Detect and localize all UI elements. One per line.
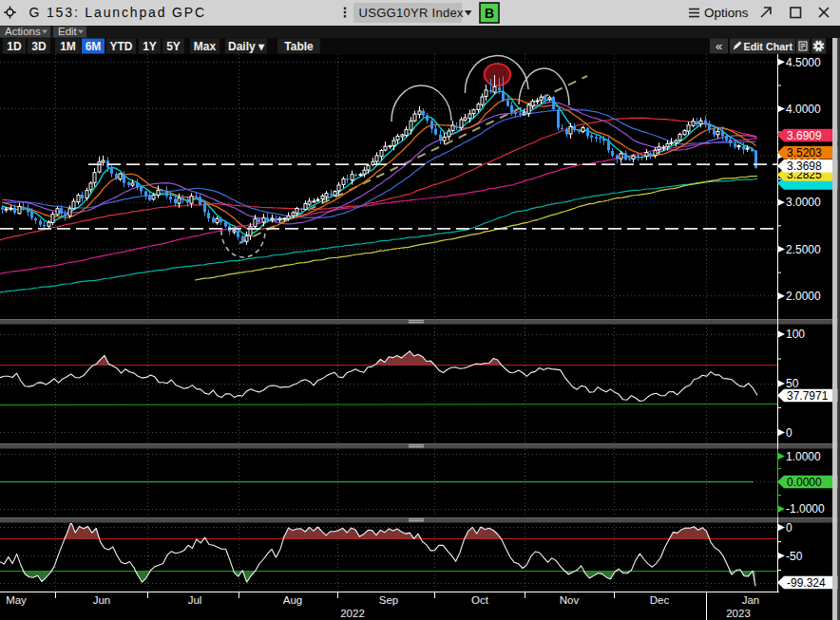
svg-text:Oct: Oct (471, 594, 489, 606)
svg-text:Sep: Sep (379, 594, 398, 606)
svg-text:6M: 6M (86, 40, 102, 53)
svg-text:-1.0000: -1.0000 (786, 502, 825, 516)
svg-text:-50: -50 (786, 550, 803, 563)
svg-text:2.5000: 2.5000 (786, 243, 821, 256)
svg-text:0: 0 (786, 521, 792, 535)
svg-text:B: B (485, 6, 494, 21)
svg-text:Edit: Edit (58, 26, 78, 37)
svg-text:Nov: Nov (560, 594, 580, 606)
svg-text:Edit Chart: Edit Chart (744, 41, 793, 52)
svg-text:YTD: YTD (110, 40, 133, 53)
svg-text:Jan: Jan (742, 594, 760, 606)
svg-text:1M: 1M (60, 40, 76, 53)
svg-text:USGG10YR Index: USGG10YR Index (359, 6, 465, 20)
svg-text:Jul: Jul (188, 594, 202, 606)
svg-text:2022: 2022 (340, 608, 365, 619)
svg-text:Actions: Actions (5, 26, 41, 37)
svg-text:Dec: Dec (650, 594, 670, 606)
svg-text:Aug: Aug (283, 594, 302, 606)
svg-text:May: May (6, 594, 27, 606)
svg-text:37.7971: 37.7971 (787, 389, 829, 403)
svg-text:2.0000: 2.0000 (786, 290, 821, 303)
svg-text:«: « (716, 39, 722, 53)
svg-text:3.0000: 3.0000 (786, 196, 821, 209)
svg-text:3D: 3D (31, 40, 47, 53)
svg-text:0.0000: 0.0000 (787, 476, 822, 489)
svg-text:Max: Max (194, 40, 217, 53)
svg-text:Options: Options (704, 6, 749, 20)
svg-text:4.0000: 4.0000 (786, 103, 821, 116)
svg-text:2023: 2023 (726, 608, 751, 619)
svg-text:Jun: Jun (93, 594, 111, 606)
svg-text:Table: Table (284, 40, 314, 53)
svg-text:4.5000: 4.5000 (786, 56, 821, 69)
svg-text:5Y: 5Y (166, 40, 181, 53)
svg-text:3.6909: 3.6909 (787, 129, 822, 142)
svg-text:G 153: Launchpad GPC: G 153: Launchpad GPC (29, 5, 206, 20)
svg-text:3.5203: 3.5203 (787, 146, 822, 160)
svg-text:Daily ▾: Daily ▾ (228, 40, 265, 53)
svg-text:100: 100 (786, 328, 805, 341)
svg-text:1Y: 1Y (143, 40, 157, 53)
svg-text:3.3698: 3.3698 (787, 160, 822, 173)
svg-text:0: 0 (786, 426, 792, 440)
svg-text:-99.324: -99.324 (787, 576, 826, 590)
svg-text:1.0000: 1.0000 (786, 450, 821, 463)
svg-text:1D: 1D (7, 40, 22, 53)
